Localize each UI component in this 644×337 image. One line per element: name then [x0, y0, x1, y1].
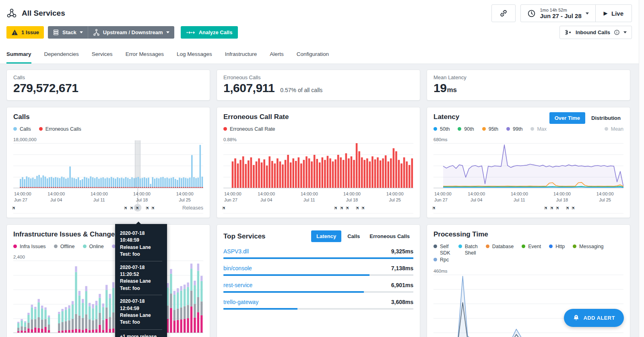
tab-services[interactable]: Services [92, 51, 113, 64]
toolbar: 1 Issue Stack Upstream / Downstream [0, 24, 644, 45]
chart-legend: Infra IssuesOfflineOnlineChanges [13, 244, 203, 249]
service-bar-fill [223, 274, 369, 276]
tab-dependencies[interactable]: Dependencies [44, 51, 79, 64]
add-alert-button[interactable]: ADD ALERT [564, 309, 624, 327]
release-rocket-icon[interactable]: ✈ [149, 204, 157, 212]
toggle-over-time[interactable]: Over Time [549, 112, 585, 124]
tab-alerts[interactable]: Alerts [270, 51, 284, 64]
x-tick-label: 14:00:00Jul 11 [91, 191, 108, 203]
inbound-calls-dropdown[interactable]: Inbound Calls [559, 26, 632, 39]
all-services-icon [6, 8, 17, 18]
toggle-calls[interactable]: Calls [344, 230, 363, 242]
release-rocket-icon[interactable]: ✈ [430, 204, 438, 212]
tab-configuration[interactable]: Configuration [297, 51, 329, 64]
tab-infrastructure[interactable]: Infrastructure [225, 51, 257, 64]
service-row: bin/console 7,138ms [223, 265, 413, 276]
legend-dot-icon [433, 127, 437, 131]
service-link[interactable]: ASPV3.dll [223, 248, 249, 255]
legend-label: Batch Shell [465, 244, 478, 256]
legend-item[interactable]: 50th [433, 126, 450, 132]
clock-icon [527, 9, 536, 18]
tab-summary[interactable]: Summary [6, 51, 31, 64]
legend-item[interactable]: Messaging [573, 244, 603, 256]
legend-item[interactable]: Infra Issues [13, 244, 46, 249]
release-rocket-icon[interactable]: ✈ [570, 204, 577, 212]
release-tooltip: 2020-07-18 10:48:59 Release Lane Test: f… [115, 224, 167, 337]
y-axis-max-label: 18,000,000 [13, 137, 203, 142]
stat-note: 0.57% of all calls [280, 87, 322, 93]
issue-badge[interactable]: 1 Issue [6, 26, 44, 39]
legend-label: 99th [513, 126, 522, 132]
legend-item[interactable]: 90th [458, 126, 474, 132]
release-rocket-icon[interactable]: ✈ [359, 204, 367, 212]
service-link[interactable]: bin/console [223, 265, 252, 271]
analyze-calls-button[interactable]: Analyze Calls [181, 26, 238, 39]
processing-time-chart[interactable] [433, 275, 623, 337]
service-link[interactable]: trello-gateway [223, 299, 258, 305]
toggle-latency[interactable]: Latency [311, 230, 341, 242]
share-link-button[interactable] [491, 4, 516, 22]
legend-item[interactable]: Database [486, 244, 514, 256]
latency-chart[interactable] [433, 143, 623, 188]
service-bar-track [223, 257, 413, 259]
chart-legend: Erroneous Call Rate [223, 126, 413, 132]
page-scrollbar[interactable] [639, 0, 644, 337]
service-value: 6,901ms [391, 282, 413, 288]
live-button[interactable]: ▶ Live [596, 5, 632, 22]
time-duration: 1mo 14h 52m [540, 8, 581, 12]
calls-chart[interactable] [13, 143, 203, 188]
legend-dot-icon [458, 127, 461, 131]
upstream-downstream-button[interactable]: Upstream / Downstream [88, 26, 174, 39]
legend-label: Infra Issues [20, 244, 46, 249]
legend-dot-icon [522, 245, 525, 248]
erroneous-call-rate-chart[interactable] [223, 143, 413, 188]
latency-view-toggle: Over Time Distribution [549, 112, 624, 124]
x-tick-label: 14:00:00Jul 11 [301, 191, 318, 203]
time-range-picker[interactable]: 1mo 14h 52m Jun 27 - Jul 28 [521, 5, 595, 22]
release-rocket-icon[interactable]: ✈ [10, 204, 18, 212]
infrastructure-issues-chart[interactable] [13, 261, 203, 333]
release-rocket-icon[interactable]: ✈ [220, 204, 228, 212]
legend-dot-icon [433, 245, 437, 248]
legend-item[interactable]: Erroneous Call Rate [223, 126, 275, 132]
legend-item[interactable]: Http [549, 244, 565, 256]
stack-button[interactable]: Stack [48, 26, 88, 39]
tab-bar: Summary Dependencies Services Error Mess… [0, 45, 644, 64]
legend-label: Rpc [440, 257, 449, 263]
legend-label: Self SDK [440, 244, 450, 256]
upstream-downstream-icon [93, 29, 100, 36]
toggle-distribution[interactable]: Distribution [588, 112, 624, 124]
tab-log-messages[interactable]: Log Messages [177, 51, 212, 64]
y-axis-max-label: 460ms [433, 269, 623, 273]
release-rocket-icon[interactable]: ✈ [344, 204, 351, 212]
legend-item[interactable]: Mean [605, 126, 623, 132]
legend-item[interactable]: Batch Shell [458, 244, 478, 256]
release-rocket-icon[interactable]: ✈ [134, 204, 141, 212]
link-icon [499, 9, 508, 18]
legend-item[interactable]: Self SDK [433, 244, 450, 256]
tab-error-messages[interactable]: Error Messages [126, 51, 164, 64]
legend-item[interactable]: Online [83, 244, 104, 249]
release-rocket-icon[interactable]: ✈ [554, 204, 561, 212]
more-releases-link[interactable]: +1 more release [120, 329, 162, 337]
legend-item[interactable]: Rpc [433, 257, 449, 263]
legend-item[interactable]: Erroneous Calls [39, 126, 81, 132]
service-bar-track [223, 291, 413, 293]
legend-label: Offline [60, 244, 75, 249]
service-link[interactable]: rest-service [223, 282, 252, 288]
legend-item[interactable]: Offline [54, 244, 75, 249]
legend-dot-icon [605, 127, 608, 131]
toggle-erroneous-calls[interactable]: Erroneous Calls [366, 230, 413, 242]
x-tick-label: 14:00:00Jul 18 [553, 191, 571, 203]
erroneous-calls-stat-card: Erroneous Calls 1,607,911 0.57% of all c… [217, 70, 420, 101]
legend-label: Messaging [579, 244, 603, 250]
service-bar-fill [223, 257, 413, 259]
legend-label: Calls [20, 126, 31, 132]
legend-item[interactable]: Max [530, 126, 547, 132]
x-tick-label: 14:00:00Jul 04 [47, 191, 65, 203]
legend-item[interactable]: Event [522, 244, 541, 256]
legend-item[interactable]: Calls [13, 126, 31, 132]
legend-item[interactable]: 99th [506, 126, 522, 132]
legend-label: 50th [440, 126, 450, 132]
legend-item[interactable]: 95th [482, 126, 498, 132]
